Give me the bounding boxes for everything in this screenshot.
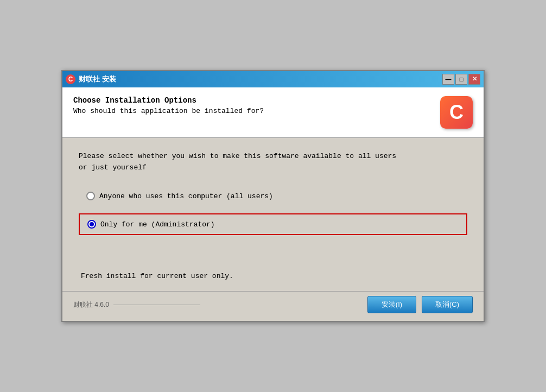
window-controls: — □ ✕ <box>442 74 480 85</box>
description-text: Please select whether you wish to make t… <box>79 151 467 174</box>
window-title: 财联社 安装 <box>79 74 116 84</box>
install-button[interactable]: 安装(I) <box>367 296 416 313</box>
version-label: 财联社 4.6.0 <box>73 300 109 309</box>
header-section: Choose Installation Options Who should t… <box>62 87 484 138</box>
version-info: 财联社 4.6.0 <box>73 300 200 309</box>
cancel-button[interactable]: 取消(C) <box>422 296 473 313</box>
radio-all-users-label: Anyone who uses this computer (all users… <box>99 192 273 200</box>
app-icon: C <box>66 74 75 84</box>
header-title: Choose Installation Options <box>73 96 440 105</box>
radio-group: Anyone who uses this computer (all users… <box>79 186 467 239</box>
restore-button[interactable]: □ <box>455 74 467 85</box>
radio-option-all-users[interactable]: Anyone who uses this computer (all users… <box>79 186 467 206</box>
svg-text:C: C <box>68 75 73 83</box>
radio-all-users[interactable] <box>86 192 95 200</box>
status-text: Fresh install for current user only. <box>79 272 467 280</box>
footer: 财联社 4.6.0 安装(I) 取消(C) <box>62 291 484 321</box>
app-logo: C <box>440 96 473 129</box>
minimize-button[interactable]: — <box>442 74 454 85</box>
close-button[interactable]: ✕ <box>468 74 480 85</box>
version-divider <box>113 305 200 305</box>
radio-only-me[interactable] <box>87 220 96 229</box>
radio-option-only-me[interactable]: Only for me (Administrator) <box>79 213 467 235</box>
header-subtitle: Who should this application be installed… <box>73 107 440 115</box>
header-text: Choose Installation Options Who should t… <box>73 96 440 115</box>
radio-only-me-label: Only for me (Administrator) <box>100 220 215 229</box>
title-bar-left: C 财联社 安装 <box>66 74 116 84</box>
footer-buttons: 安装(I) 取消(C) <box>367 296 473 313</box>
installer-window: C 财联社 安装 — □ ✕ Choose Installation Optio… <box>61 70 485 323</box>
title-bar: C 财联社 安装 — □ ✕ <box>62 71 484 87</box>
main-content: Please select whether you wish to make t… <box>62 138 484 292</box>
